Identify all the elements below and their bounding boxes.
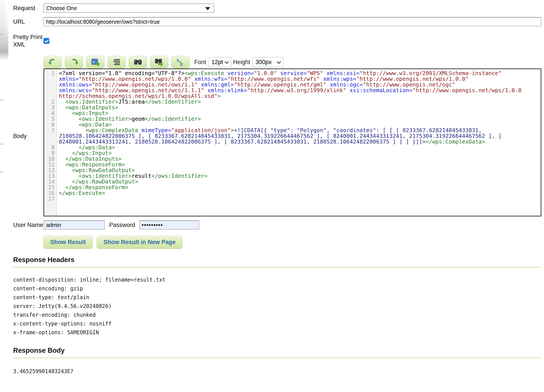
pretty-print-xml-label: Pretty Print XML	[13, 33, 43, 48]
line-number: 8	[44, 145, 57, 150]
response-header-line: x-frame-options: SAMEORIGIN	[13, 328, 541, 337]
line-number: 15	[44, 185, 57, 190]
line-number: 3	[44, 105, 57, 110]
font-size-value: 12pt	[211, 59, 223, 66]
syntax-highlight-icon: ba	[176, 58, 185, 66]
code-line[interactable]: 9 </wps:Input>	[44, 150, 541, 156]
xml-body-editor[interactable]: 1<?xml version="1.0" encoding="UTF-8"?><…	[43, 69, 541, 216]
spacer	[13, 236, 43, 249]
code-line[interactable]: 11 <wps:ResponseForm>	[44, 162, 541, 167]
redo-icon	[69, 58, 79, 66]
redo-button[interactable]	[65, 56, 83, 69]
pretty-print-xml-checkbox[interactable]	[43, 38, 49, 44]
response-header-line: x-content-type-options: nosniff	[13, 319, 541, 328]
dropdown-arrow-icon	[205, 7, 210, 10]
search-button[interactable]	[129, 56, 147, 69]
editor-height-value: 300px	[255, 59, 272, 66]
undo-icon	[48, 58, 57, 66]
code-line[interactable]: 10 </wps:DataInputs>	[44, 156, 541, 162]
go-to-line-button[interactable]	[107, 56, 126, 69]
code-line[interactable]: 7 <wps:ComplexData mimeType="application…	[44, 128, 541, 145]
response-headers-text: content-disposition: inline; filename=re…	[13, 275, 541, 337]
code-line[interactable]: 2 <ows:Identifier>JTS:area</ows:Identifi…	[44, 99, 541, 105]
search-icon	[133, 58, 142, 66]
editor-height-select[interactable]: 300px	[253, 57, 284, 67]
search-next-icon	[155, 58, 164, 66]
line-number: 4	[44, 110, 57, 116]
line-number: 11	[44, 162, 57, 167]
chevron-down-icon	[277, 59, 281, 64]
response-body-title: Response Body	[13, 347, 541, 354]
font-label: Font	[194, 59, 206, 66]
undo-button[interactable]	[43, 56, 62, 69]
line-number: 12	[44, 167, 57, 173]
section-divider	[13, 267, 541, 268]
chevron-down-icon	[225, 59, 229, 64]
line-number: 16	[44, 190, 57, 196]
svg-text:b: b	[177, 58, 179, 63]
code-line[interactable]: 14 </wps:RawDataOutput>	[44, 179, 541, 185]
tick-mark	[0, 144, 3, 144]
word-wrap-icon: w	[91, 58, 100, 66]
line-number: 2	[44, 99, 57, 105]
code-line[interactable]: 13 <ows:Identifier>result</ows:Identifie…	[44, 173, 541, 179]
code-line[interactable]: 5 <ows:Identifier>geom</ows:Identifier>	[44, 116, 541, 122]
response-header-line: content-encoding: gzip	[13, 284, 541, 293]
font-size-select[interactable]: 12pt	[208, 57, 231, 67]
line-number: 9	[44, 150, 57, 156]
search-next-button[interactable]	[150, 56, 168, 69]
request-select-value: Choose One	[46, 5, 77, 11]
user-name-label: User Name	[13, 221, 43, 229]
line-number: 6	[44, 122, 57, 128]
line-number: 14	[44, 179, 57, 185]
code-line[interactable]: 3 <wps:DataInputs>	[44, 105, 541, 110]
response-header-line: content-disposition: inline; filename=re…	[13, 275, 541, 284]
line-number: 13	[44, 173, 57, 179]
line-number: 1	[44, 70, 57, 99]
password-input[interactable]	[139, 220, 199, 230]
word-wrap-button[interactable]: w	[86, 56, 105, 69]
code-line[interactable]: 17	[44, 196, 541, 202]
tick-mark	[0, 100, 3, 100]
url-input[interactable]	[43, 17, 541, 26]
show-result-new-page-button[interactable]: Show Result in New Page	[97, 236, 183, 249]
code-line[interactable]: 4 <wps:Input>	[44, 110, 541, 116]
go-to-line-icon	[112, 59, 121, 66]
code-line[interactable]: 1<?xml version="1.0" encoding="UTF-8"?><…	[44, 70, 541, 99]
tick-mark	[0, 34, 3, 35]
code-line[interactable]: 16</wps:Execute>	[44, 190, 541, 196]
code-line[interactable]: 12 <wps:RawDataOutput>	[44, 167, 541, 173]
password-label: Password	[109, 222, 135, 228]
response-header-line: transfer-encoding: chunked	[13, 310, 541, 319]
response-header-line: content-type: text/plain	[13, 293, 541, 302]
response-headers-title: Response Headers	[13, 256, 541, 264]
code-line[interactable]: 8 </wps:Data>	[44, 145, 541, 150]
code-line[interactable]: 15 </wps:ResponseForm>	[44, 185, 541, 190]
code-line[interactable]: 6 <wps:Data>	[44, 122, 541, 128]
request-select[interactable]: Choose One	[43, 4, 214, 13]
url-label: URL	[13, 18, 43, 25]
xml-code-area[interactable]: 1<?xml version="1.0" encoding="UTF-8"?><…	[44, 69, 541, 202]
line-number: 10	[44, 156, 57, 162]
request-label: Request	[13, 4, 43, 12]
body-label: Body	[13, 132, 43, 140]
wps-request-builder-page: Request Choose One URL Pretty Print XML	[0, 0, 544, 392]
user-name-input[interactable]	[43, 220, 105, 230]
response-body-text: 3.465259901483243E7	[13, 367, 541, 376]
tick-mark	[0, 172, 3, 172]
editor-toolbar: w	[43, 56, 541, 69]
line-number: 17	[44, 196, 57, 202]
page-edge-shadow	[0, 0, 8, 60]
show-result-button[interactable]: Show Result	[43, 236, 93, 249]
line-number: 7	[44, 128, 57, 145]
line-number: 5	[44, 116, 57, 122]
syntax-highlight-button[interactable]: ba	[171, 56, 190, 69]
response-header-line: server: Jetty(9.4.56.v20240826)	[13, 302, 541, 310]
section-divider	[13, 357, 541, 358]
height-label: Height	[233, 59, 250, 66]
svg-text:w: w	[92, 60, 95, 64]
